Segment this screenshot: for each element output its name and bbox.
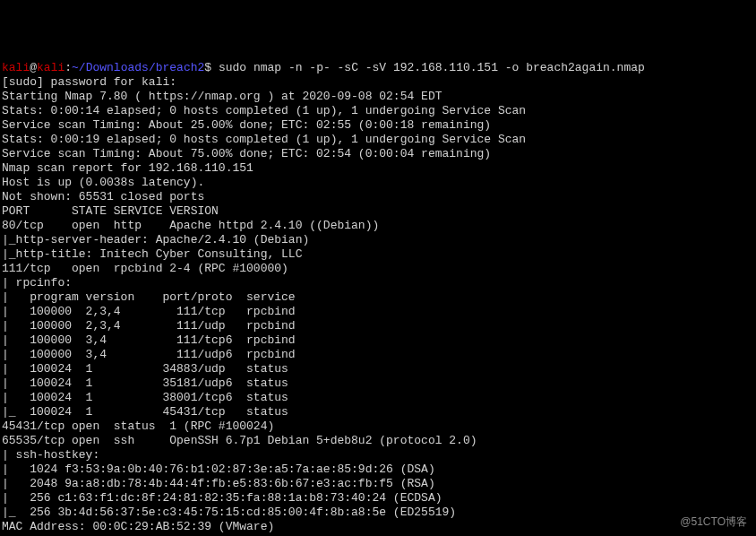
output-line: | 100024 1 35181/udp6 status (2, 376, 288, 390)
output-line: Stats: 0:00:14 elapsed; 0 hosts complete… (2, 104, 526, 117)
output-line: Service scan Timing: About 25.00% done; … (2, 118, 491, 132)
output-line: | rpcinfo: (2, 276, 79, 290)
output-line: | 100024 1 34883/udp status (2, 362, 288, 376)
output-line: Host is up (0.0038s latency). (2, 176, 204, 189)
output-line: [sudo] password for kali: (2, 75, 176, 89)
prompt-at: @ (30, 61, 37, 74)
prompt-colon: : (64, 61, 72, 74)
prompt-host: kali (37, 61, 64, 74)
output-line: | ssh-hostkey: (2, 448, 107, 462)
output-line: | 100000 3,4 111/tcp6 rpcbind (2, 333, 296, 347)
output-line: Stats: 0:00:19 elapsed; 0 hosts complete… (2, 133, 526, 146)
output-line: | 100024 1 38001/tcp6 status (2, 391, 288, 404)
output-line: | 100000 2,3,4 111/udp rpcbind (2, 319, 296, 333)
output-line: MAC Address: 00:0C:29:AB:52:39 (VMware) (2, 520, 274, 533)
output-line: Starting Nmap 7.80 ( https://nmap.org ) … (2, 90, 442, 103)
output-line: | 1024 f3:53:9a:0b:40:76:b1:02:87:3e:a5:… (2, 463, 435, 476)
prompt-path: ~/Downloads/breach2 (72, 61, 204, 74)
output-line: | program version port/proto service (2, 290, 296, 304)
output-line: 45431/tcp open status 1 (RPC #100024) (2, 419, 274, 433)
output-line: Nmap scan report for 192.168.110.151 (2, 161, 253, 175)
output-line: | 2048 9a:a8:db:78:4b:44:4f:fb:e5:83:6b:… (2, 477, 435, 490)
prompt-line: kali@kali:~/Downloads/breach2$ sudo nmap… (2, 61, 645, 74)
terminal[interactable]: kali@kali:~/Downloads/breach2$ sudo nmap… (2, 61, 754, 536)
output-line: | 100000 3,4 111/udp6 rpcbind (2, 348, 296, 361)
output-line: | 100000 2,3,4 111/tcp rpcbind (2, 305, 296, 318)
output-line: |_http-title: Initech Cyber Consulting, … (2, 247, 302, 261)
output-line: Service scan Timing: About 75.00% done; … (2, 147, 491, 160)
prompt-user: kali (2, 61, 30, 74)
watermark: @51CTO博客 (680, 514, 747, 529)
output-line: |_ 256 3b:4d:56:37:5e:c3:45:75:15:cd:85:… (2, 506, 456, 519)
output-line: PORT STATE SERVICE VERSION (2, 204, 219, 218)
output-line: | 256 c1:63:f1:dc:8f:24:81:82:35:fa:88:1… (2, 491, 442, 505)
output-line: 80/tcp open http Apache httpd 2.4.10 ((D… (2, 219, 379, 232)
output-line: 111/tcp open rpcbind 2-4 (RPC #100000) (2, 262, 288, 275)
output-line: Not shown: 65531 closed ports (2, 190, 204, 203)
output-line: |_ 100024 1 45431/tcp status (2, 405, 288, 419)
output-line: |_http-server-header: Apache/2.4.10 (Deb… (2, 233, 309, 246)
prompt-sign: $ (204, 61, 211, 74)
output-line: 65535/tcp open ssh OpenSSH 6.7p1 Debian … (2, 434, 477, 447)
command-text: sudo nmap -n -p- -sC -sV 192.168.110.151… (219, 61, 645, 74)
